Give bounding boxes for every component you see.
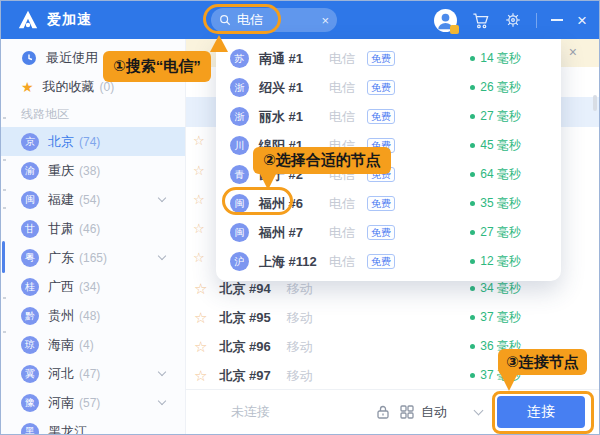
lock-icon[interactable] bbox=[375, 404, 391, 420]
free-tag: 免费 bbox=[367, 225, 395, 240]
sidebar: 最近使用 (10) ★ 我的收藏 (0) 线路地区 京 北京 (74) 渝 重庆… bbox=[1, 39, 186, 434]
province-badge: 琼 bbox=[21, 336, 39, 354]
favorite-star-icon[interactable]: ☆ bbox=[193, 134, 205, 147]
user-avatar[interactable] bbox=[434, 9, 457, 32]
annotation-step3: ③连接节点 bbox=[498, 349, 587, 375]
favorite-star-icon[interactable]: ☆ bbox=[193, 193, 205, 206]
node-row[interactable]: ☆ 北京 #95 移动 37 毫秒 bbox=[186, 303, 599, 332]
app-logo-icon bbox=[17, 9, 39, 31]
minimize-button[interactable] bbox=[551, 19, 563, 21]
close-button[interactable]: × bbox=[577, 12, 587, 29]
sidebar-item-guangxi[interactable]: 桂 广西 (34) bbox=[1, 272, 185, 301]
annotation-ring-fuzhou6 bbox=[222, 187, 293, 215]
titlebar-divider bbox=[536, 13, 537, 28]
province-badge: 浙 bbox=[230, 107, 249, 126]
favorite-star-icon[interactable]: ☆ bbox=[193, 164, 205, 177]
province-badge: 沪 bbox=[230, 252, 249, 271]
clock-icon bbox=[21, 50, 37, 66]
province-badge: 京 bbox=[21, 133, 39, 151]
annotation-arrow-down-icon bbox=[500, 373, 518, 391]
latency-value: 37 毫秒 bbox=[480, 309, 521, 326]
search-result-row[interactable]: 浙 绍兴 #1 电信 免费 26 毫秒 bbox=[216, 73, 561, 102]
favorite-star-icon[interactable]: ☆ bbox=[193, 251, 205, 264]
app-window: 爱加速 × bbox=[0, 0, 600, 435]
search-result-row[interactable]: 浙 丽水 #1 电信 免费 27 毫秒 bbox=[216, 102, 561, 131]
favorite-star-icon[interactable]: ☆ bbox=[194, 339, 207, 354]
chevron-down-icon bbox=[158, 252, 166, 260]
annotation-ring-connect bbox=[492, 391, 594, 434]
banner-close-icon[interactable]: × bbox=[569, 45, 577, 59]
free-tag: 免费 bbox=[367, 80, 395, 95]
chevron-down-icon bbox=[158, 368, 166, 376]
list-scrollbar-thumb[interactable] bbox=[593, 95, 597, 111]
province-badge: 闽 bbox=[230, 223, 249, 242]
search-clear-icon[interactable]: × bbox=[321, 14, 329, 27]
titlebar-actions: × bbox=[434, 1, 599, 39]
sidebar-item-fujian[interactable]: 闽 福建 (54) bbox=[1, 185, 185, 214]
chevron-down-icon bbox=[158, 194, 166, 202]
latency-dot bbox=[470, 344, 475, 349]
latency-value: 35 毫秒 bbox=[480, 195, 521, 212]
latency-dot bbox=[470, 85, 475, 90]
favorites-star-icon: ★ bbox=[21, 80, 34, 94]
latency-dot bbox=[470, 172, 475, 177]
sidebar-item-guangdong[interactable]: 粤 广东 (165) bbox=[1, 243, 185, 272]
latency-value: 27 毫秒 bbox=[480, 108, 521, 125]
sidebar-item-henan[interactable]: 豫 河南 (57) bbox=[1, 388, 185, 417]
latency-value: 26 毫秒 bbox=[480, 79, 521, 96]
annotation-ring-search bbox=[203, 4, 281, 34]
favorites-label: 我的收藏 bbox=[43, 78, 95, 96]
sidebar-index-scrollbar[interactable] bbox=[1, 39, 8, 434]
favorite-star-icon[interactable]: ☆ bbox=[194, 310, 207, 325]
annotation-step2: ②选择合适的节点 bbox=[253, 147, 391, 174]
latency-value: 45 毫秒 bbox=[480, 137, 521, 154]
free-tag: 免费 bbox=[367, 196, 395, 211]
latency-dot bbox=[470, 56, 475, 61]
index-scroll-thumb[interactable] bbox=[2, 241, 5, 273]
sidebar-item-guizhou[interactable]: 黔 贵州 (48) bbox=[1, 301, 185, 330]
province-badge: 冀 bbox=[21, 365, 39, 383]
chevron-down-icon[interactable] bbox=[474, 405, 484, 415]
province-badge: 桂 bbox=[21, 278, 39, 296]
annotation-arrow-up-icon bbox=[210, 35, 228, 52]
latency-dot bbox=[470, 114, 475, 119]
mode-label[interactable]: 自动 bbox=[421, 403, 447, 421]
mode-grid-icon[interactable] bbox=[399, 404, 415, 420]
sidebar-item-hebei[interactable]: 冀 河北 (47) bbox=[1, 359, 185, 388]
province-badge: 黔 bbox=[21, 307, 39, 325]
search-result-row[interactable]: 苏 南通 #1 电信 免费 14 毫秒 bbox=[216, 44, 561, 73]
search-result-row[interactable]: 闽 福州 #7 电信 免费 27 毫秒 bbox=[216, 218, 561, 247]
latency-dot bbox=[470, 286, 475, 291]
latency-value: 34 毫秒 bbox=[480, 280, 521, 297]
latency-dot bbox=[470, 373, 475, 378]
province-badge: 闽 bbox=[21, 191, 39, 209]
free-tag: 免费 bbox=[367, 254, 395, 269]
latency-dot bbox=[470, 230, 475, 235]
chevron-down-icon bbox=[158, 397, 166, 405]
latency-value: 64 毫秒 bbox=[480, 166, 521, 183]
province-badge: 粤 bbox=[21, 249, 39, 267]
latency-value: 27 毫秒 bbox=[480, 224, 521, 241]
province-badge: 黑 bbox=[21, 423, 39, 435]
sidebar-item-heilongjiang[interactable]: 黑 黑龙江 bbox=[1, 417, 185, 435]
settings-gear-icon[interactable] bbox=[504, 11, 522, 29]
sidebar-item-chongqing[interactable]: 渝 重庆 (38) bbox=[1, 156, 185, 185]
app-title: 爱加速 bbox=[47, 11, 92, 29]
cart-icon[interactable] bbox=[471, 11, 490, 30]
sidebar-item-gansu[interactable]: 甘 甘肃 (46) bbox=[1, 214, 185, 243]
sidebar-item-hainan[interactable]: 琼 海南 (4) bbox=[1, 330, 185, 359]
sidebar-item-beijing[interactable]: 京 北京 (74) bbox=[1, 127, 185, 156]
latency-value: 12 毫秒 bbox=[480, 253, 521, 270]
latency-value: 14 毫秒 bbox=[480, 50, 521, 67]
province-badge: 浙 bbox=[230, 78, 249, 97]
connection-status: 未连接 bbox=[231, 403, 270, 421]
search-result-row[interactable]: 沪 上海 #112 电信 免费 12 毫秒 bbox=[216, 247, 561, 276]
province-badge: 川 bbox=[230, 136, 249, 155]
app-logo: 爱加速 bbox=[17, 9, 92, 31]
favorite-star-icon[interactable]: ☆ bbox=[193, 222, 205, 235]
avatar-vip-badge bbox=[450, 25, 459, 34]
favorite-star-icon[interactable]: ☆ bbox=[194, 368, 207, 383]
province-badge: 渝 bbox=[21, 162, 39, 180]
favorite-star-icon[interactable]: ☆ bbox=[194, 281, 207, 296]
latency-dot bbox=[470, 143, 475, 148]
